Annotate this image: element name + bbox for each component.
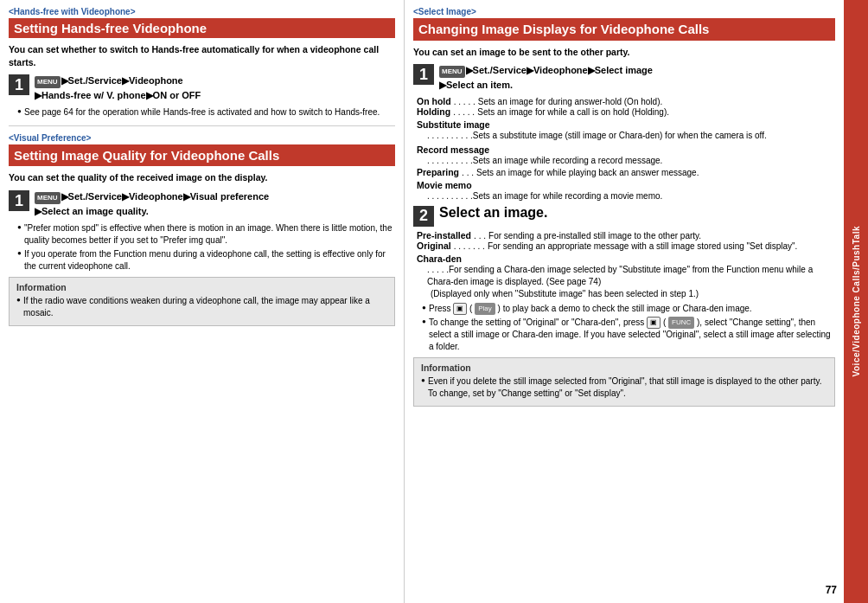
step-content-1: MENU▶Set./Service▶Videophone ▶Hands-free… (35, 74, 395, 103)
def-dots-original: . . . . . . . (454, 241, 485, 251)
bullets-handsfree: See page 64 for the operation while Hand… (17, 106, 395, 119)
def-preparing: Preparing . . . Sets an image for while … (417, 167, 835, 177)
def-desc-record: . . . . . . . . . .Sets an image while r… (417, 155, 835, 167)
separator-1 (9, 125, 395, 126)
def-desc-chara-den-2: (Displayed only when "Substitute image" … (417, 288, 835, 300)
def-term-record: Record message (417, 144, 835, 155)
step-visual-line-1: MENU▶Set./Service▶Videophone▶Visual pref… (35, 189, 395, 204)
def-desc-preinstalled: For sending a pre-installed still image … (488, 231, 701, 241)
step-number-1: 1 (9, 74, 29, 95)
info-box-left-content: If the radio wave conditions weaken duri… (16, 295, 387, 319)
def-term-preparing: Preparing (417, 167, 459, 177)
def-movie: Movie memo . . . . . . . . . .Sets an im… (417, 180, 835, 202)
def-desc-preparing: Sets an image for while playing back an … (476, 168, 699, 177)
bullet-visual-2: If you operate from the Function menu du… (17, 248, 395, 273)
info-box-right: Information Even if you delete the still… (413, 357, 835, 407)
section-title-select: Changing Image Displays for Videophone C… (413, 18, 835, 41)
def-term-chara-den: Chara-den (417, 253, 835, 264)
section-title-handsfree: Setting Hands-free Videophone (9, 18, 395, 38)
def-term-substitute: Substitute image (417, 119, 835, 130)
def-holding: Holding . . . . . Sets an image for whil… (417, 106, 835, 117)
func-label: FUNC (668, 317, 694, 328)
def-list-1: On hold . . . . . Sets an image for duri… (417, 96, 835, 202)
def-dots-on-hold: . . . . . (454, 97, 475, 106)
bullets-visual: "Prefer motion spd" is effective when th… (17, 222, 395, 273)
menu-key-1: MENU (35, 76, 61, 88)
step-content-select-1: MENU▶Set./Service▶Videophone▶Select imag… (439, 63, 835, 93)
step-number-select-2: 2 (413, 206, 434, 227)
step-line-2: ▶Hands-free w/ V. phone▶ON or OFF (35, 88, 395, 103)
bullets-step2: Press ▣ ( Play ) to play back a demo to … (422, 303, 835, 353)
section-visual-preference: <Visual Preference> Setting Image Qualit… (9, 133, 395, 273)
page-number: 77 (826, 584, 837, 596)
def-preinstalled: Pre-installed . . . For sending a pre-in… (417, 230, 835, 241)
intro-visual: You can set the quality of the received … (9, 171, 395, 184)
step-content-select-2: Select an image. (439, 205, 835, 222)
def-term-original: Original (417, 241, 451, 251)
step-select-2-label: Select an image. (439, 205, 835, 221)
def-on-hold: On hold . . . . . Sets an image for duri… (417, 96, 835, 106)
def-desc-original: For sending an appropriate message with … (488, 241, 797, 251)
step-visual-1: 1 MENU▶Set./Service▶Videophone▶Visual pr… (9, 189, 395, 219)
def-term-on-hold: On hold (417, 96, 451, 106)
info-right-bullet-1: Even if you delete the still image selec… (421, 375, 827, 400)
section-tag-visual: <Visual Preference> (9, 133, 395, 143)
step-handsfree-1: 1 MENU▶Set./Service▶Videophone ▶Hands-fr… (9, 74, 395, 103)
section-handsfree: <Hands-free with Videophone> Setting Han… (9, 7, 395, 119)
bullet-handsfree-1: See page 64 for the operation while Hand… (17, 106, 395, 119)
side-tab: Voice/Videophone Calls/PushTalk (844, 0, 868, 603)
def-term-holding: Holding (417, 106, 450, 117)
step-line-1: MENU▶Set./Service▶Videophone (35, 74, 395, 88)
play-key-icon: ▣ (453, 303, 467, 314)
info-box-left: Information If the radio wave conditions… (9, 277, 395, 326)
def-record: Record message . . . . . . . . . .Sets a… (417, 144, 835, 167)
step-visual-line-2: ▶Select an image quality. (35, 204, 395, 219)
section-tag-handsfree: <Hands-free with Videophone> (9, 7, 395, 16)
def-list-2: Pre-installed . . . For sending a pre-in… (417, 230, 835, 300)
section-select-image: <Select Image> Changing Image Displays f… (413, 7, 835, 353)
play-label: Play (475, 303, 495, 314)
def-desc-chara-den: . . . . .For sending a Chara-den image s… (417, 264, 835, 288)
bullet-visual-1: "Prefer motion spd" is effective when th… (17, 222, 395, 247)
section-tag-select: <Select Image> (413, 7, 835, 16)
def-substitute: Substitute image . . . . . . . . . .Sets… (417, 119, 835, 142)
def-desc-movie: . . . . . . . . . .Sets an image for whi… (417, 190, 835, 202)
intro-handsfree: You can set whether to switch to Hands-f… (9, 43, 395, 68)
side-tab-text: Voice/Videophone Calls/PushTalk (852, 226, 861, 376)
step-select-line-1: MENU▶Set./Service▶Videophone▶Select imag… (439, 63, 835, 78)
left-panel: <Hands-free with Videophone> Setting Han… (0, 0, 405, 603)
info-box-right-content: Even if you delete the still image selec… (421, 375, 827, 400)
def-dots-holding: . . . . . (453, 107, 475, 117)
def-desc-holding: Sets an image for while a call is on hol… (477, 107, 669, 117)
def-term-preinstalled: Pre-installed (417, 230, 471, 241)
step-select-1: 1 MENU▶Set./Service▶Videophone▶Select im… (413, 63, 835, 93)
step-content-visual-1: MENU▶Set./Service▶Videophone▶Visual pref… (35, 189, 395, 219)
main-content: <Hands-free with Videophone> Setting Han… (0, 0, 868, 603)
bullet-step2-2: To change the setting of "Original" or "… (422, 317, 835, 353)
bullet-step2-1: Press ▣ ( Play ) to play back a demo to … (422, 303, 835, 315)
def-desc-substitute: . . . . . . . . . .Sets a substitute ima… (417, 130, 835, 142)
info-box-left-title: Information (16, 282, 387, 292)
right-panel: <Select Image> Changing Image Displays f… (405, 0, 844, 603)
info-box-right-title: Information (421, 362, 827, 373)
step-number-visual-1: 1 (9, 190, 29, 211)
menu-key-select: MENU (439, 66, 465, 78)
def-dots-preparing: . . . (462, 168, 474, 177)
step-select-2: 2 Select an image. (413, 205, 835, 227)
def-chara-den: Chara-den . . . . .For sending a Chara-d… (417, 253, 835, 300)
def-dots-preinstalled: . . . (474, 231, 486, 241)
section-title-visual: Setting Image Quality for Videophone Cal… (9, 144, 395, 167)
info-left-bullet-1: If the radio wave conditions weaken duri… (16, 295, 387, 319)
def-term-movie: Movie memo (417, 180, 835, 190)
step-number-select-1: 1 (413, 64, 434, 85)
step-select-line-2: ▶Select an item. (439, 78, 835, 93)
intro-select: You can set an image to be sent to the o… (413, 46, 835, 59)
def-original: Original . . . . . . . For sending an ap… (417, 241, 835, 251)
func-key-icon: ▣ (647, 317, 661, 328)
def-desc-on-hold: Sets an image for during answer-hold (On… (478, 97, 662, 106)
menu-key-visual: MENU (35, 192, 61, 204)
